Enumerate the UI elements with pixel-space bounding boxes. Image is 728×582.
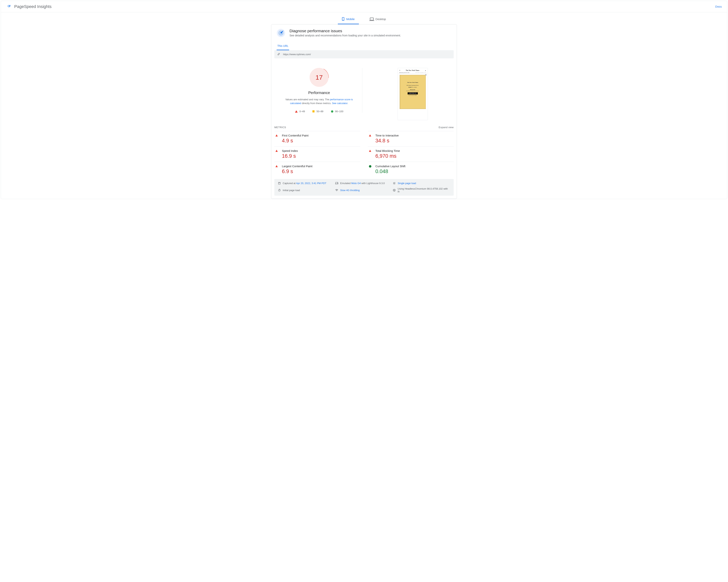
header-left: PageSpeed Insights bbox=[6, 4, 52, 9]
thumb-close-icon: × bbox=[425, 74, 426, 76]
info-throttling: Slow 4G throttling bbox=[335, 187, 393, 193]
tune-icon bbox=[393, 182, 396, 185]
thumb-ad: × The New York Times Informed perspectiv… bbox=[400, 75, 426, 109]
tab-mobile[interactable]: Mobile bbox=[338, 16, 359, 24]
metrics-grid: First Contentful Paint 4.9 s Speed Index… bbox=[271, 131, 457, 177]
report-card: Diagnose performance issues See detailed… bbox=[271, 24, 457, 199]
info-initial-load-text: Initial page load bbox=[283, 189, 300, 192]
thumb-ad-cancel: Cancel or pause anytime. bbox=[400, 95, 426, 96]
network-icon bbox=[335, 189, 338, 192]
thumb-ad-headline: Informed perspectives: bbox=[400, 84, 426, 86]
runtime-info: Captured at Apr 20, 2022, 3:41 PM PDT Em… bbox=[274, 179, 454, 196]
gauge-label: Performance bbox=[308, 90, 330, 95]
metrics-header: METRICS Expand view bbox=[271, 120, 457, 131]
metric-name: Speed Index bbox=[282, 149, 359, 152]
metric-tti: Time to Interactive 34.8 s bbox=[368, 131, 454, 147]
score-section: 17 Performance Values are estimated and … bbox=[271, 59, 457, 120]
gauge-score: 17 bbox=[315, 74, 323, 81]
thumb-ad-price: $4.25 $1 a week. bbox=[400, 86, 426, 88]
score-legend: 0–49 50–89 90–100 bbox=[295, 110, 343, 113]
metric-name: Time to Interactive bbox=[375, 134, 452, 137]
single-load-link[interactable]: Single page load bbox=[398, 182, 416, 185]
info-chromium: Using HeadlessChromium 98.0.4758.102 wit… bbox=[393, 187, 450, 193]
circle-green-icon bbox=[369, 165, 371, 167]
circle-green-icon bbox=[331, 110, 333, 113]
legend-avg: 50–89 bbox=[312, 110, 323, 113]
captured-link[interactable]: Apr 20, 2022, 3:41 PM PDT bbox=[296, 182, 327, 185]
tab-desktop-label: Desktop bbox=[375, 18, 386, 21]
gauge-desc-1: Values are estimated and may vary. The bbox=[285, 98, 330, 101]
info-single-load-text: Single page load bbox=[398, 182, 416, 185]
screenshot-area: ≡ The New York Times ▲ Wednesday, April … bbox=[362, 68, 454, 120]
page-screenshot-thumbnail: ≡ The New York Times ▲ Wednesday, April … bbox=[397, 68, 428, 120]
chrome-icon bbox=[393, 189, 396, 192]
tab-this-url[interactable]: This URL bbox=[277, 43, 289, 50]
diagnose-subtitle: See detailed analysis and recommendation… bbox=[289, 34, 401, 37]
throttling-link[interactable]: Slow 4G throttling bbox=[340, 189, 360, 192]
info-chromium-text: Using HeadlessChromium 98.0.4758.102 wit… bbox=[398, 187, 450, 193]
metric-cls: Cumulative Layout Shift 0.048 bbox=[368, 162, 454, 177]
metrics-col-left: First Contentful Paint 4.9 s Speed Index… bbox=[274, 131, 360, 177]
psi-logo-icon bbox=[6, 4, 11, 9]
info-initial-load: Initial page load bbox=[278, 187, 335, 193]
gauge-desc-2: directly from these metrics. bbox=[301, 102, 332, 105]
metric-value: 4.9 s bbox=[282, 138, 359, 144]
metric-si: Speed Index 16.9 s bbox=[274, 147, 360, 162]
info-emulated-text: Emulated Moto G4 with Lighthouse 9.3.0 bbox=[340, 182, 385, 185]
url-tabs: This URL bbox=[271, 40, 457, 50]
metrics-title: METRICS bbox=[274, 126, 286, 129]
calendar-icon bbox=[278, 182, 281, 185]
tab-desktop[interactable]: Desktop bbox=[366, 16, 390, 24]
metric-value: 6,970 ms bbox=[375, 153, 452, 159]
app-title: PageSpeed Insights bbox=[14, 4, 52, 9]
legend-fail: 0–49 bbox=[295, 110, 305, 113]
thumb-ad-special: Special offer: bbox=[400, 89, 426, 90]
url-value: https://www.nytimes.com/ bbox=[283, 53, 311, 56]
desktop-icon bbox=[370, 18, 374, 20]
legend-avg-label: 50–89 bbox=[316, 110, 323, 113]
tab-mobile-label: Mobile bbox=[346, 18, 355, 21]
docs-link[interactable]: Docs bbox=[715, 5, 722, 8]
metric-fcp: First Contentful Paint 4.9 s bbox=[274, 131, 360, 147]
info-captured: Captured at Apr 20, 2022, 3:41 PM PDT bbox=[278, 182, 335, 185]
metric-name: Total Blocking Time bbox=[375, 149, 452, 152]
metric-name: First Contentful Paint bbox=[282, 134, 359, 137]
triangle-red-icon bbox=[369, 150, 371, 152]
diagnose-title: Diagnose performance issues bbox=[289, 29, 401, 33]
info-emulated: Emulated Moto G4 with Lighthouse 9.3.0 bbox=[335, 182, 393, 185]
metric-value: 16.9 s bbox=[282, 153, 359, 159]
timer-icon bbox=[278, 189, 281, 192]
triangle-red-icon bbox=[276, 150, 278, 152]
square-orange-icon bbox=[312, 110, 314, 112]
metrics-col-right: Time to Interactive 34.8 s Total Blockin… bbox=[368, 131, 454, 177]
diagnose-header: Diagnose performance issues See detailed… bbox=[271, 24, 457, 40]
expand-view-toggle[interactable]: Expand view bbox=[439, 126, 454, 129]
score-summary: 17 Performance Values are estimated and … bbox=[274, 68, 362, 113]
thumb-menu-icon: ≡ bbox=[399, 70, 400, 71]
triangle-red-icon bbox=[295, 110, 297, 113]
legend-pass: 90–100 bbox=[331, 110, 343, 113]
triangle-red-icon bbox=[276, 134, 278, 136]
triangle-red-icon bbox=[276, 165, 278, 167]
gauge-desc-3: . bbox=[347, 102, 348, 105]
thumb-logo: The New York Times bbox=[406, 70, 419, 71]
info-single-load: Single page load bbox=[393, 182, 450, 185]
calc-link-2[interactable]: See calculator bbox=[332, 102, 347, 105]
app-header: PageSpeed Insights Docs bbox=[1, 1, 727, 12]
thumb-ad-sub: Benefit from unlimited news access. bbox=[400, 90, 426, 91]
emulated-device-link[interactable]: Moto G4 bbox=[351, 182, 361, 185]
metric-tbt: Total Blocking Time 6,970 ms bbox=[368, 147, 454, 162]
gauge-description: Values are estimated and may vary. The p… bbox=[282, 98, 357, 105]
device-tabs: Mobile Desktop bbox=[1, 12, 727, 24]
legend-fail-label: 0–49 bbox=[300, 110, 305, 113]
gauge-header-icon bbox=[277, 29, 285, 38]
triangle-red-icon bbox=[369, 134, 371, 136]
link-icon bbox=[277, 52, 281, 57]
legend-pass-label: 90–100 bbox=[335, 110, 343, 113]
metric-value: 34.8 s bbox=[375, 138, 452, 144]
thumb-ad-button: SUBSCRIBE NOW bbox=[408, 92, 418, 95]
thumb-subnav: SUBSCRIBE FOR $1/WEEK LOG IN bbox=[415, 72, 426, 73]
info-captured-text: Captured at Apr 20, 2022, 3:41 PM PDT bbox=[283, 182, 327, 185]
url-bar: https://www.nytimes.com/ bbox=[274, 50, 454, 58]
devices-icon bbox=[335, 182, 338, 185]
